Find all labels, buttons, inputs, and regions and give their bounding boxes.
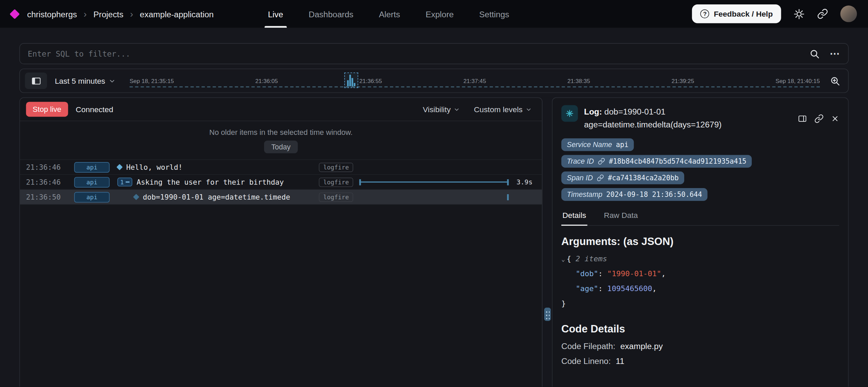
details-tabs: Details Raw Data bbox=[561, 207, 840, 225]
search-icon[interactable] bbox=[809, 48, 820, 59]
timeline-bar: Last 5 minutes Sep 18, 21:35:15 21:36:05… bbox=[19, 68, 849, 93]
tick-label: Sep 18, 21:40:15 bbox=[775, 78, 820, 84]
live-view-controls: Visibility Custom levels bbox=[423, 105, 536, 114]
theme-toggle-sun-icon[interactable] bbox=[793, 8, 805, 20]
logfire-logo-icon[interactable] bbox=[9, 9, 20, 19]
custom-levels-label: Custom levels bbox=[474, 105, 523, 114]
sql-filter-bar: ⋯ bbox=[19, 43, 849, 64]
json-value: "1990-01-01" bbox=[607, 269, 661, 278]
service-tag[interactable]: api bbox=[74, 192, 110, 202]
service-name-pill[interactable]: Service Name api bbox=[561, 138, 634, 151]
service-tag[interactable]: api bbox=[74, 162, 110, 172]
stop-live-button[interactable]: Stop live bbox=[26, 102, 68, 117]
tick-label: 21:36:05 bbox=[255, 78, 278, 84]
tick-label: Sep 18, 21:35:15 bbox=[130, 78, 174, 84]
details-title-prefix: Log: bbox=[584, 107, 602, 116]
tab-raw-data[interactable]: Raw Data bbox=[603, 207, 639, 225]
nav-item-live[interactable]: Live bbox=[268, 0, 283, 28]
details-panel: Log: dob=1990-01-01 age=datetime.timedel… bbox=[552, 97, 849, 387]
zoom-in-icon[interactable] bbox=[830, 76, 840, 86]
visibility-dropdown[interactable]: Visibility bbox=[423, 105, 459, 114]
arguments-json-viewer: ⌄{2 items "dob": "1990-01-01", "age": 10… bbox=[561, 251, 840, 310]
details-actions bbox=[798, 107, 839, 131]
breadcrumb: christophergs › Projects › example-appli… bbox=[11, 9, 214, 19]
log-message: Hello, world! bbox=[126, 163, 182, 171]
close-icon[interactable] bbox=[831, 107, 839, 131]
log-row[interactable]: 21:36:46 api Hello, world! logfire bbox=[20, 160, 542, 175]
feedback-help-button[interactable]: ? Feedback / Help bbox=[692, 4, 781, 23]
log-row-selected[interactable]: 21:36:50 api dob=1990-01-01 age=datetime… bbox=[20, 190, 542, 205]
collapse-minus-icon bbox=[125, 182, 129, 183]
span-bar-wrap bbox=[359, 179, 512, 185]
sidebar-toggle-button[interactable] bbox=[25, 73, 47, 89]
arguments-heading: Arguments: (as JSON) bbox=[561, 236, 840, 248]
copy-link-icon[interactable] bbox=[814, 107, 824, 131]
attribute-list: Service Name api Trace ID #18b84cb4847b5… bbox=[561, 138, 840, 200]
time-range-label: Last 5 minutes bbox=[55, 76, 105, 85]
scope-tag[interactable]: logfire bbox=[319, 162, 353, 172]
code-details-heading: Code Details bbox=[561, 323, 840, 335]
link-icon bbox=[598, 157, 605, 164]
trace-id-pill[interactable]: Trace ID #18b84cb4847b5d574c4ad9121935a4… bbox=[561, 155, 752, 167]
live-view-header: Stop live Connected Visibility Custom le… bbox=[20, 98, 542, 121]
nav-item-alerts[interactable]: Alerts bbox=[379, 0, 400, 28]
span-id-pill[interactable]: Span ID #ca741384ca2a20bb bbox=[561, 171, 684, 184]
service-tag[interactable]: api bbox=[74, 177, 110, 187]
nav-item-explore[interactable]: Explore bbox=[426, 0, 454, 28]
live-view-panel: Stop live Connected Visibility Custom le… bbox=[19, 97, 542, 387]
nav-item-settings[interactable]: Settings bbox=[479, 0, 509, 28]
json-value: 1095465600 bbox=[607, 284, 652, 292]
tick-label: 21:39:25 bbox=[671, 78, 694, 84]
timeline-baseline bbox=[130, 86, 820, 87]
details-title-text: dob=1990-01-01 age=datetime.timedelta(da… bbox=[584, 107, 722, 129]
breadcrumb-project[interactable]: example-application bbox=[140, 9, 214, 19]
span-duration-bar[interactable] bbox=[359, 182, 509, 183]
details-title: Log: dob=1990-01-01 age=datetime.timedel… bbox=[584, 105, 791, 131]
breadcrumb-org[interactable]: christophergs bbox=[27, 9, 77, 19]
panel-resize-handle[interactable] bbox=[544, 308, 551, 321]
custom-levels-dropdown[interactable]: Custom levels bbox=[474, 105, 532, 114]
collapse-caret-icon[interactable]: ⌄ bbox=[561, 255, 565, 262]
log-content: Hello, world! bbox=[115, 163, 319, 171]
log-level-icon bbox=[561, 105, 578, 122]
timeline-selection[interactable] bbox=[344, 73, 358, 88]
chevron-right-icon: › bbox=[84, 9, 87, 19]
top-nav: christophergs › Projects › example-appli… bbox=[0, 0, 868, 28]
log-timestamp: 21:36:46 bbox=[20, 178, 69, 186]
visibility-label: Visibility bbox=[423, 105, 451, 114]
tick-label: 21:36:55 bbox=[359, 78, 382, 84]
code-lineno-value: 11 bbox=[616, 357, 624, 366]
chevron-right-icon: › bbox=[130, 9, 133, 19]
main-content: Stop live Connected Visibility Custom le… bbox=[19, 97, 849, 387]
feedback-help-label: Feedback / Help bbox=[714, 9, 773, 18]
span-duration-label: 3.9s bbox=[516, 178, 535, 186]
code-filepath-value: example.py bbox=[620, 341, 663, 351]
question-circle-icon: ? bbox=[701, 9, 709, 18]
json-key: "age" bbox=[576, 284, 598, 292]
scope-tag[interactable]: logfire bbox=[319, 192, 353, 202]
collapse-count-badge[interactable]: 1 bbox=[117, 178, 132, 186]
log-timestamp: 21:36:46 bbox=[20, 163, 69, 171]
timeline-track[interactable]: Sep 18, 21:35:15 21:36:05 21:36:55 21:37… bbox=[130, 69, 820, 93]
copy-link-icon[interactable] bbox=[817, 8, 828, 19]
tab-details[interactable]: Details bbox=[561, 207, 587, 225]
today-button[interactable]: Today bbox=[264, 141, 298, 154]
empty-window-note: No older items in the selected time wind… bbox=[20, 121, 542, 160]
nav-item-dashboards[interactable]: Dashboards bbox=[309, 0, 353, 28]
more-options-icon[interactable]: ⋯ bbox=[830, 47, 840, 60]
open-drawer-icon[interactable] bbox=[798, 107, 807, 131]
log-message: dob=1990-01-01 age=datetime.timede bbox=[143, 193, 290, 201]
span-track bbox=[359, 160, 535, 174]
log-content: 1 Asking the user for their birthday bbox=[115, 178, 319, 186]
timestamp-pill[interactable]: Timestamp 2024-09-18 21:36:50.644 bbox=[561, 188, 708, 201]
log-message: Asking the user for their birthday bbox=[137, 178, 284, 186]
span-track: 3.9s bbox=[359, 175, 535, 189]
log-row[interactable]: 21:36:46 api 1 Asking the user for their… bbox=[20, 175, 542, 190]
primary-nav: Live Dashboards Alerts Explore Settings bbox=[268, 0, 509, 28]
scope-tag[interactable]: logfire bbox=[319, 177, 353, 187]
span-track bbox=[359, 190, 535, 204]
sql-filter-input[interactable] bbox=[28, 44, 800, 64]
breadcrumb-projects[interactable]: Projects bbox=[93, 9, 123, 19]
avatar[interactable] bbox=[840, 5, 857, 22]
time-range-select[interactable]: Last 5 minutes bbox=[55, 76, 115, 85]
